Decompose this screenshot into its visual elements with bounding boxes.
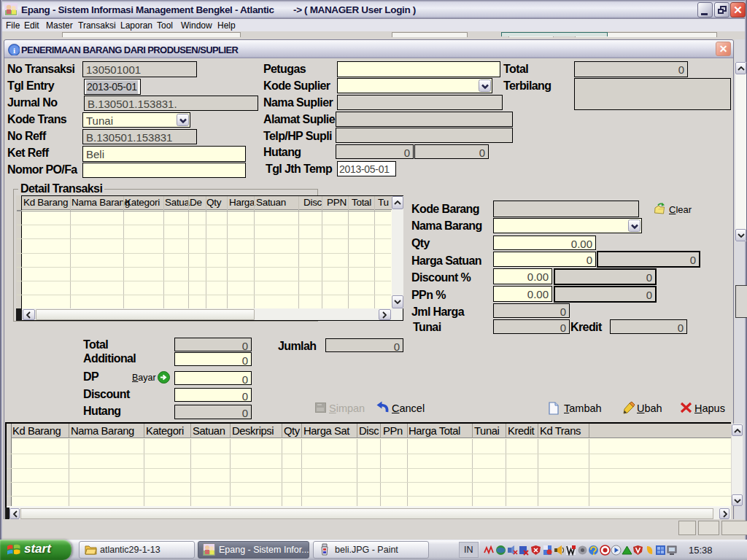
svg-text:i: i xyxy=(13,46,15,55)
